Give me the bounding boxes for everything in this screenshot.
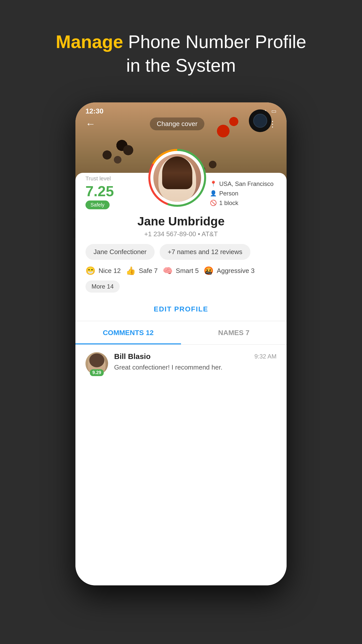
more-tag[interactable]: More 14: [85, 280, 120, 293]
category-text: Person: [219, 190, 238, 197]
smart-label: Smart 5: [176, 267, 199, 275]
location-row: 📍 USA, San Francisco: [210, 180, 277, 187]
nice-label: Nice 12: [99, 267, 121, 275]
smart-emoji: 🧠: [163, 266, 173, 275]
commenter-avatar-wrapper: 9.29: [85, 352, 108, 375]
aggressive-emoji: 🤬: [204, 266, 214, 275]
comment-text: Great confectioner! I recommend her.: [114, 363, 277, 372]
alt-name-badge[interactable]: Jane Confectioner: [85, 244, 155, 260]
safe-emoji: 👍: [126, 266, 136, 275]
comments-section: 9.29 Bill Blasio 9:32 AM Great confectio…: [75, 345, 287, 382]
trust-label: Trust level: [85, 175, 152, 182]
comment-time: 9:32 AM: [254, 353, 277, 360]
phone-screen: 12:30 ▲ ▲ ▭ ← Change cover ⎘ ⋮: [75, 102, 287, 585]
comment-item: 9.29 Bill Blasio 9:32 AM Great confectio…: [85, 352, 277, 375]
page-title: Manage Phone Number Profilein the System: [36, 30, 326, 77]
person-icon: 👤: [210, 190, 217, 197]
title-rest: Phone Number Profilein the System: [126, 32, 306, 75]
profile-info-right: 📍 USA, San Francisco 👤 Person 🚫 1 block: [202, 153, 277, 209]
commenter-name: Bill Blasio: [114, 352, 151, 361]
phone-wrapper: 12:30 ▲ ▲ ▭ ← Change cover ⎘ ⋮: [75, 102, 287, 585]
profile-name: Jane Umbridge: [85, 214, 277, 228]
back-button[interactable]: ←: [85, 118, 96, 130]
block-text: 1 block: [219, 199, 238, 207]
profile-content: Trust level 7.25 Safely: [75, 173, 287, 585]
avatar-container: [152, 153, 202, 203]
name-section: Jane Umbridge +1 234 567-89-00 • AT&T: [75, 209, 287, 238]
battery-icon: ▭: [271, 108, 277, 114]
title-highlight: Manage: [56, 32, 123, 52]
comment-header: Bill Blasio 9:32 AM: [114, 352, 277, 361]
status-time: 12:30: [85, 107, 104, 115]
tag-nice[interactable]: 😁 Nice 12: [85, 266, 121, 275]
tag-smart[interactable]: 🧠 Smart 5: [163, 266, 199, 275]
comment-body: Bill Blasio 9:32 AM Great confectioner! …: [114, 352, 277, 372]
name-badges: Jane Confectioner +7 names and 12 review…: [75, 238, 287, 266]
aggressive-label: Aggressive 3: [217, 267, 254, 275]
tab-comments[interactable]: COMMENTS 12: [75, 321, 181, 344]
avatar-ring: [148, 149, 206, 207]
avatar-section: Trust level 7.25 Safely: [75, 153, 287, 209]
location-text: USA, San Francisco: [219, 180, 274, 187]
trust-badge: Safely: [85, 200, 110, 209]
nice-emoji: 😁: [85, 266, 96, 275]
trust-score: 7.25: [85, 184, 152, 198]
safe-label: Safe 7: [139, 267, 158, 275]
avatar: [153, 154, 201, 202]
tabs: COMMENTS 12 NAMES 7: [75, 321, 287, 345]
phone-frame: 12:30 ▲ ▲ ▭ ← Change cover ⎘ ⋮: [75, 102, 287, 585]
trust-level-box: Trust level 7.25 Safely: [85, 153, 152, 209]
avatar-ring-inner: [150, 151, 204, 205]
volume-button-1: [73, 190, 75, 211]
block-icon: 🚫: [210, 200, 217, 206]
edit-profile-button[interactable]: EDIT PROFILE: [75, 298, 287, 321]
power-button: [287, 203, 289, 233]
block-row: 🚫 1 block: [210, 199, 277, 207]
tag-safe[interactable]: 👍 Safe 7: [126, 266, 158, 275]
tag-aggressive[interactable]: 🤬 Aggressive 3: [204, 266, 254, 275]
volume-button-2: [73, 218, 75, 238]
tab-names[interactable]: NAMES 7: [181, 321, 287, 344]
profile-phone: +1 234 567-89-00 • AT&T: [85, 230, 277, 238]
location-icon: 📍: [210, 181, 217, 187]
tags-section: 😁 Nice 12 👍 Safe 7 🧠 Smart 5 🤬 Aggressiv…: [75, 266, 287, 298]
change-cover-button[interactable]: Change cover: [150, 117, 205, 130]
avatar-score-badge: 9.29: [90, 369, 104, 376]
more-names-badge[interactable]: +7 names and 12 reviews: [160, 244, 250, 260]
phone-camera: [249, 109, 272, 132]
category-row: 👤 Person: [210, 190, 277, 197]
